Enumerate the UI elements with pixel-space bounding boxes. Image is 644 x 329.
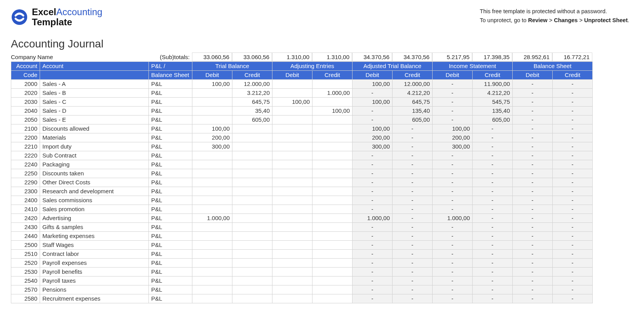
cell[interactable] (232, 133, 272, 142)
cell[interactable]: - (553, 142, 593, 151)
cell[interactable]: - (553, 294, 593, 303)
cell[interactable]: - (513, 240, 553, 249)
cell[interactable] (232, 258, 272, 267)
cell[interactable]: - (473, 151, 513, 160)
cell[interactable]: - (353, 160, 393, 169)
cell[interactable]: - (433, 196, 473, 205)
cell[interactable] (272, 133, 312, 142)
cell[interactable]: - (473, 214, 513, 222)
cell[interactable]: 2410 (11, 205, 40, 214)
cell[interactable]: - (513, 285, 553, 294)
cell[interactable]: - (473, 240, 513, 249)
cell[interactable]: - (553, 79, 593, 88)
cell[interactable]: 645,75 (393, 97, 433, 106)
cell[interactable]: 200,00 (192, 133, 232, 142)
cell[interactable]: Payroll benefits (40, 267, 149, 276)
cell[interactable]: Recruitment expenses (40, 294, 149, 303)
cell[interactable] (312, 276, 353, 285)
cell[interactable]: - (433, 97, 473, 106)
cell[interactable]: P&L (149, 187, 192, 196)
cell[interactable]: - (393, 160, 433, 169)
cell[interactable]: - (353, 151, 393, 160)
cell[interactable] (272, 222, 312, 231)
cell[interactable]: - (353, 187, 393, 196)
cell[interactable]: 2440 (11, 231, 40, 240)
cell[interactable]: - (553, 187, 593, 196)
cell[interactable]: Gifts & samples (40, 222, 149, 231)
cell[interactable] (272, 240, 312, 249)
cell[interactable]: - (473, 231, 513, 240)
cell[interactable]: P&L (149, 196, 192, 205)
cell[interactable]: 300,00 (353, 142, 393, 151)
cell[interactable]: - (393, 249, 433, 258)
cell[interactable]: - (553, 160, 593, 169)
cell[interactable]: - (553, 240, 593, 249)
cell[interactable]: Payroll taxes (40, 276, 149, 285)
cell[interactable]: - (433, 151, 473, 160)
cell[interactable]: Materials (40, 133, 149, 142)
cell[interactable] (272, 196, 312, 205)
cell[interactable]: - (473, 187, 513, 196)
cell[interactable] (232, 222, 272, 231)
cell[interactable]: - (393, 258, 433, 267)
cell[interactable]: - (353, 222, 393, 231)
cell[interactable]: - (513, 196, 553, 205)
cell[interactable]: - (513, 214, 553, 222)
cell[interactable]: - (353, 294, 393, 303)
cell[interactable]: 12.000,00 (393, 79, 433, 88)
cell[interactable]: - (353, 178, 393, 187)
cell[interactable]: - (473, 142, 513, 151)
cell[interactable]: - (353, 106, 393, 115)
cell[interactable]: 2530 (11, 267, 40, 276)
cell[interactable] (232, 249, 272, 258)
cell[interactable]: - (353, 240, 393, 249)
cell[interactable] (192, 178, 232, 187)
cell[interactable]: 2210 (11, 142, 40, 151)
cell[interactable]: - (553, 285, 593, 294)
cell[interactable]: P&L (149, 133, 192, 142)
cell[interactable] (192, 160, 232, 169)
cell[interactable]: Staff Wages (40, 240, 149, 249)
cell[interactable]: - (433, 160, 473, 169)
cell[interactable] (192, 276, 232, 285)
cell[interactable]: 100,00 (312, 106, 353, 115)
cell[interactable]: - (513, 79, 553, 88)
cell[interactable]: P&L (149, 160, 192, 169)
cell[interactable]: - (433, 115, 473, 124)
cell[interactable]: - (513, 124, 553, 133)
cell[interactable]: Discounts taken (40, 169, 149, 178)
cell[interactable] (312, 97, 353, 106)
cell[interactable] (312, 258, 353, 267)
cell[interactable]: 2020 (11, 88, 40, 97)
cell[interactable]: P&L (149, 294, 192, 303)
cell[interactable]: 2300 (11, 187, 40, 196)
cell[interactable] (312, 267, 353, 276)
cell[interactable]: - (513, 249, 553, 258)
cell[interactable] (312, 205, 353, 214)
cell[interactable] (312, 142, 353, 151)
cell[interactable]: P&L (149, 106, 192, 115)
cell[interactable]: Marketing expenses (40, 231, 149, 240)
cell[interactable]: - (553, 196, 593, 205)
cell[interactable]: - (553, 169, 593, 178)
cell[interactable]: - (393, 169, 433, 178)
cell[interactable]: - (473, 276, 513, 285)
cell[interactable]: Sales - B (40, 88, 149, 97)
cell[interactable]: - (513, 205, 553, 214)
cell[interactable] (232, 151, 272, 160)
cell[interactable] (272, 205, 312, 214)
cell[interactable] (272, 231, 312, 240)
cell[interactable]: P&L (149, 151, 192, 160)
cell[interactable] (272, 142, 312, 151)
cell[interactable]: 605,00 (473, 115, 513, 124)
cell[interactable]: P&L (149, 240, 192, 249)
cell[interactable]: 100,00 (192, 79, 232, 88)
cell[interactable]: Sales - A (40, 79, 149, 88)
cell[interactable] (312, 249, 353, 258)
cell[interactable] (192, 115, 232, 124)
cell[interactable]: 2250 (11, 169, 40, 178)
cell[interactable]: - (393, 276, 433, 285)
cell[interactable]: - (553, 258, 593, 267)
cell[interactable] (192, 240, 232, 249)
cell[interactable]: P&L (149, 88, 192, 97)
